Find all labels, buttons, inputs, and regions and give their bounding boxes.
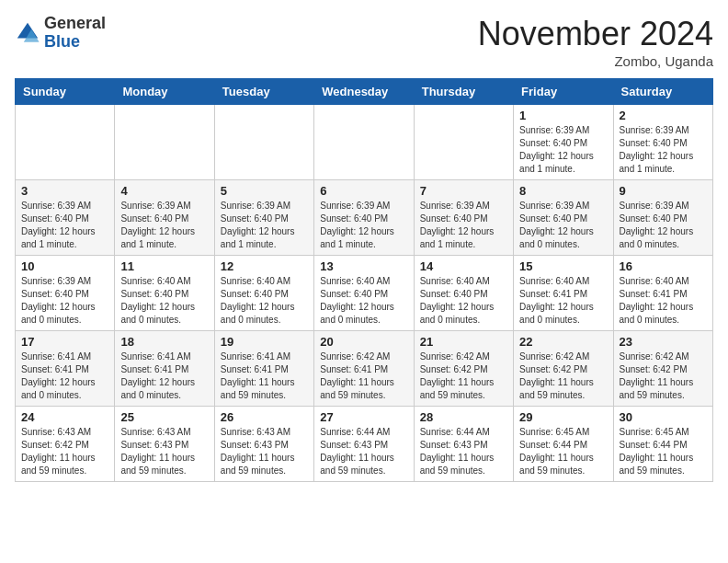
calendar-cell [314, 105, 414, 180]
day-info: Sunrise: 6:40 AM Sunset: 6:40 PM Dayligh… [320, 275, 407, 327]
day-info: Sunrise: 6:40 AM Sunset: 6:40 PM Dayligh… [221, 275, 308, 327]
calendar-cell: 20Sunrise: 6:42 AM Sunset: 6:41 PM Dayli… [314, 331, 414, 407]
calendar-table: SundayMondayTuesdayWednesdayThursdayFrid… [15, 78, 713, 482]
day-info: Sunrise: 6:44 AM Sunset: 6:43 PM Dayligh… [420, 426, 507, 477]
day-number: 6 [320, 184, 407, 198]
day-number: 14 [420, 259, 507, 273]
calendar-cell: 11Sunrise: 6:40 AM Sunset: 6:40 PM Dayli… [115, 256, 214, 331]
calendar-cell: 9Sunrise: 6:39 AM Sunset: 6:40 PM Daylig… [613, 180, 712, 256]
day-info: Sunrise: 6:42 AM Sunset: 6:42 PM Dayligh… [420, 350, 507, 402]
page-header: General Blue November 2024 Zombo, Uganda [15, 15, 713, 69]
logo-blue-text: Blue [44, 32, 80, 51]
day-number: 3 [21, 184, 108, 198]
calendar-header-thursday: Thursday [414, 79, 513, 105]
day-number: 22 [519, 335, 607, 349]
day-number: 29 [519, 410, 607, 424]
day-number: 15 [519, 259, 607, 273]
logo-general-text: General [44, 14, 106, 32]
calendar-cell: 25Sunrise: 6:43 AM Sunset: 6:43 PM Dayli… [115, 407, 214, 482]
day-info: Sunrise: 6:43 AM Sunset: 6:42 PM Dayligh… [21, 426, 108, 477]
title-block: November 2024 Zombo, Uganda [478, 15, 713, 69]
calendar-cell: 13Sunrise: 6:40 AM Sunset: 6:40 PM Dayli… [314, 256, 414, 331]
day-info: Sunrise: 6:41 AM Sunset: 6:41 PM Dayligh… [21, 350, 108, 402]
calendar-week-row: 17Sunrise: 6:41 AM Sunset: 6:41 PM Dayli… [16, 331, 713, 407]
day-number: 12 [221, 259, 308, 273]
logo-icon [15, 20, 40, 46]
calendar-cell [414, 105, 513, 180]
calendar-cell: 23Sunrise: 6:42 AM Sunset: 6:42 PM Dayli… [613, 331, 712, 407]
calendar-week-row: 1Sunrise: 6:39 AM Sunset: 6:40 PM Daylig… [16, 105, 713, 180]
calendar-cell: 15Sunrise: 6:40 AM Sunset: 6:41 PM Dayli… [514, 256, 613, 331]
day-info: Sunrise: 6:39 AM Sunset: 6:40 PM Dayligh… [120, 200, 208, 251]
calendar-cell: 27Sunrise: 6:44 AM Sunset: 6:43 PM Dayli… [314, 407, 414, 482]
day-number: 8 [519, 184, 607, 198]
month-title: November 2024 [478, 15, 713, 53]
day-info: Sunrise: 6:39 AM Sunset: 6:40 PM Dayligh… [519, 200, 607, 251]
calendar-header-row: SundayMondayTuesdayWednesdayThursdayFrid… [16, 79, 713, 105]
day-info: Sunrise: 6:39 AM Sunset: 6:40 PM Dayligh… [620, 200, 707, 251]
day-number: 25 [120, 410, 208, 424]
calendar-cell [115, 105, 214, 180]
day-number: 7 [420, 184, 507, 198]
day-info: Sunrise: 6:39 AM Sunset: 6:40 PM Dayligh… [21, 200, 108, 251]
day-number: 4 [120, 184, 208, 198]
calendar-cell: 26Sunrise: 6:43 AM Sunset: 6:43 PM Dayli… [214, 407, 313, 482]
day-info: Sunrise: 6:42 AM Sunset: 6:42 PM Dayligh… [519, 350, 607, 402]
day-number: 30 [620, 410, 707, 424]
calendar-cell: 1Sunrise: 6:39 AM Sunset: 6:40 PM Daylig… [514, 105, 613, 180]
day-number: 1 [519, 109, 607, 122]
calendar-cell: 14Sunrise: 6:40 AM Sunset: 6:40 PM Dayli… [414, 256, 513, 331]
day-info: Sunrise: 6:39 AM Sunset: 6:40 PM Dayligh… [420, 200, 507, 251]
calendar-cell: 19Sunrise: 6:41 AM Sunset: 6:41 PM Dayli… [214, 331, 313, 407]
calendar-week-row: 24Sunrise: 6:43 AM Sunset: 6:42 PM Dayli… [16, 407, 713, 482]
day-number: 19 [221, 335, 308, 349]
calendar-cell: 6Sunrise: 6:39 AM Sunset: 6:40 PM Daylig… [314, 180, 414, 256]
day-info: Sunrise: 6:39 AM Sunset: 6:40 PM Dayligh… [519, 124, 607, 176]
day-number: 13 [320, 259, 407, 273]
calendar-header-monday: Monday [115, 79, 214, 105]
day-info: Sunrise: 6:39 AM Sunset: 6:40 PM Dayligh… [620, 124, 707, 176]
day-number: 10 [21, 259, 108, 273]
day-number: 24 [21, 410, 108, 424]
day-number: 9 [620, 184, 707, 198]
day-number: 16 [620, 259, 707, 273]
day-info: Sunrise: 6:40 AM Sunset: 6:41 PM Dayligh… [620, 275, 707, 327]
day-info: Sunrise: 6:41 AM Sunset: 6:41 PM Dayligh… [120, 350, 208, 402]
calendar-cell: 17Sunrise: 6:41 AM Sunset: 6:41 PM Dayli… [16, 331, 115, 407]
calendar-cell: 29Sunrise: 6:45 AM Sunset: 6:44 PM Dayli… [514, 407, 613, 482]
day-info: Sunrise: 6:43 AM Sunset: 6:43 PM Dayligh… [221, 426, 308, 477]
location: Zombo, Uganda [478, 53, 713, 69]
calendar-header-friday: Friday [514, 79, 613, 105]
calendar-header-wednesday: Wednesday [314, 79, 414, 105]
day-info: Sunrise: 6:42 AM Sunset: 6:41 PM Dayligh… [320, 350, 407, 402]
calendar-cell: 3Sunrise: 6:39 AM Sunset: 6:40 PM Daylig… [16, 180, 115, 256]
day-info: Sunrise: 6:42 AM Sunset: 6:42 PM Dayligh… [620, 350, 707, 402]
calendar-cell: 16Sunrise: 6:40 AM Sunset: 6:41 PM Dayli… [613, 256, 712, 331]
calendar-cell: 21Sunrise: 6:42 AM Sunset: 6:42 PM Dayli… [414, 331, 513, 407]
day-info: Sunrise: 6:45 AM Sunset: 6:44 PM Dayligh… [620, 426, 707, 477]
day-info: Sunrise: 6:40 AM Sunset: 6:40 PM Dayligh… [120, 275, 208, 327]
day-number: 28 [420, 410, 507, 424]
day-info: Sunrise: 6:41 AM Sunset: 6:41 PM Dayligh… [221, 350, 308, 402]
calendar-cell: 8Sunrise: 6:39 AM Sunset: 6:40 PM Daylig… [514, 180, 613, 256]
day-info: Sunrise: 6:39 AM Sunset: 6:40 PM Dayligh… [21, 275, 108, 327]
logo: General Blue [15, 15, 106, 52]
day-number: 18 [120, 335, 208, 349]
day-info: Sunrise: 6:40 AM Sunset: 6:40 PM Dayligh… [420, 275, 507, 327]
day-number: 2 [620, 109, 707, 122]
day-number: 26 [221, 410, 308, 424]
day-number: 20 [320, 335, 407, 349]
day-number: 11 [120, 259, 208, 273]
calendar-header-saturday: Saturday [613, 79, 712, 105]
calendar-cell: 18Sunrise: 6:41 AM Sunset: 6:41 PM Dayli… [115, 331, 214, 407]
day-number: 21 [420, 335, 507, 349]
day-info: Sunrise: 6:45 AM Sunset: 6:44 PM Dayligh… [519, 426, 607, 477]
calendar-cell: 4Sunrise: 6:39 AM Sunset: 6:40 PM Daylig… [115, 180, 214, 256]
day-number: 23 [620, 335, 707, 349]
calendar-header-tuesday: Tuesday [214, 79, 313, 105]
calendar-cell: 10Sunrise: 6:39 AM Sunset: 6:40 PM Dayli… [16, 256, 115, 331]
calendar-header-sunday: Sunday [16, 79, 115, 105]
calendar-cell: 5Sunrise: 6:39 AM Sunset: 6:40 PM Daylig… [214, 180, 313, 256]
calendar-cell: 7Sunrise: 6:39 AM Sunset: 6:40 PM Daylig… [414, 180, 513, 256]
day-info: Sunrise: 6:43 AM Sunset: 6:43 PM Dayligh… [120, 426, 208, 477]
